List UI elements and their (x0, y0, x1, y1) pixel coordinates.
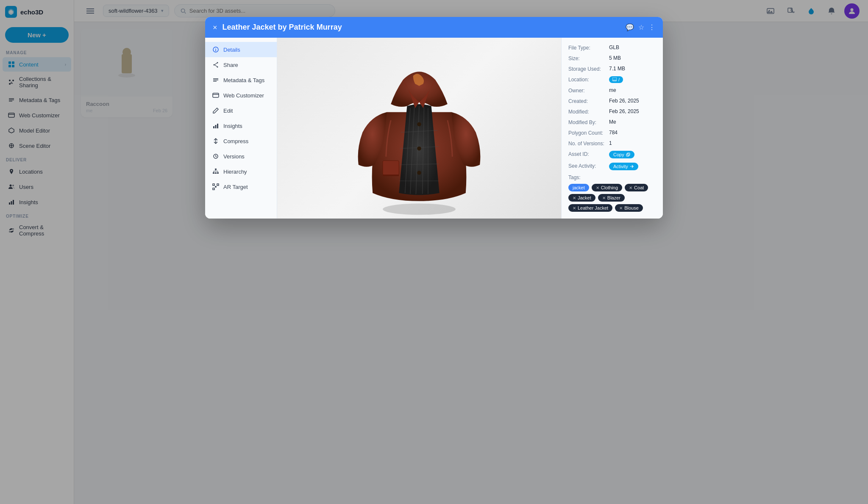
svg-rect-43 (213, 188, 214, 190)
svg-rect-40 (217, 172, 219, 174)
modal-main: File Type: GLB Size: 5 MB Storage Used: … (277, 38, 663, 219)
modal-nav-details[interactable]: Details (205, 42, 277, 57)
svg-point-55 (417, 122, 421, 126)
compress-nav-icon (212, 137, 220, 145)
svg-rect-37 (215, 169, 217, 170)
size-row: Size: 5 MB (568, 55, 656, 61)
svg-point-57 (417, 171, 421, 175)
owner-row: Owner: me (568, 87, 656, 94)
modal-header: × Leather Jacket by Patrick Murray 💬 ☆ ⋮ (205, 17, 663, 38)
modal-body: Details Share Metadata & Tags (205, 38, 663, 219)
created-label: Created: (568, 98, 606, 104)
modal: × Leather Jacket by Patrick Murray 💬 ☆ ⋮… (205, 17, 663, 219)
details-panel: File Type: GLB Size: 5 MB Storage Used: … (561, 38, 663, 219)
webcustomizer-nav-icon (212, 91, 220, 99)
insights-nav-label: Insights (223, 123, 242, 129)
created-value: Feb 26, 2025 (609, 98, 656, 104)
svg-rect-33 (213, 126, 214, 128)
tag-jacket[interactable]: jacket (568, 184, 589, 191)
metadata-nav-label: Metadata & Tags (223, 77, 264, 83)
location-row: Location: / (568, 76, 656, 83)
modal-nav-metadata[interactable]: Metadata & Tags (205, 72, 277, 88)
owner-value: me (609, 87, 656, 93)
storage-row: Storage Used: 7.1 MB (568, 66, 656, 72)
svg-rect-41 (213, 184, 214, 186)
versions-label: No. of Versions: (568, 140, 606, 147)
modal-overlay: × Leather Jacket by Patrick Murray 💬 ☆ ⋮… (0, 0, 868, 504)
svg-rect-38 (213, 172, 214, 174)
activity-label: See Activity: (568, 163, 606, 169)
tags-label: Tags: (568, 174, 656, 180)
svg-rect-35 (217, 124, 218, 128)
storage-label: Storage Used: (568, 66, 606, 72)
svg-rect-63 (627, 153, 630, 155)
activity-row: See Activity: Activity (568, 163, 656, 170)
modal-nav-edit[interactable]: Edit (205, 103, 277, 118)
versions-nav-label: Versions (223, 153, 245, 160)
modal-nav-artarget[interactable]: AR Target (205, 179, 277, 194)
tag-leather-jacket[interactable]: ✕ Leather Jacket (568, 204, 612, 212)
location-label: Location: (568, 76, 606, 83)
polygon-label: Polygon Count: (568, 130, 606, 136)
model-viewer[interactable] (277, 38, 561, 219)
artarget-nav-icon (212, 183, 220, 191)
share-nav-label: Share (223, 62, 238, 68)
tag-coat[interactable]: ✕ Coat (625, 184, 648, 191)
modal-nav-webcustomizer[interactable]: Web Customizer (205, 88, 277, 103)
modal-nav-hierarchy[interactable]: Hierarchy (205, 164, 277, 179)
jacket-model (347, 39, 491, 217)
polygon-row: Polygon Count: 784 (568, 130, 656, 136)
polygon-value: 784 (609, 130, 656, 136)
modified-by-row: Modified By: Me (568, 119, 656, 125)
file-type-label: File Type: (568, 44, 606, 51)
star-icon[interactable]: ☆ (638, 23, 644, 31)
edit-nav-label: Edit (223, 108, 233, 114)
owner-label: Owner: (568, 87, 606, 94)
tags-section: Tags: jacket ✕ Clothing ✕ Coat ✕ Jacket … (568, 174, 656, 212)
svg-rect-61 (612, 80, 617, 81)
storage-value: 7.1 MB (609, 66, 656, 72)
modified-label: Modified: (568, 108, 606, 115)
more-options-icon[interactable]: ⋮ (648, 23, 655, 31)
modal-header-actions: 💬 ☆ ⋮ (626, 23, 655, 31)
hierarchy-nav-label: Hierarchy (223, 169, 247, 175)
metadata-nav-icon (212, 76, 220, 84)
activity-button[interactable]: Activity (609, 163, 638, 170)
modal-close-button[interactable]: × (213, 24, 217, 31)
svg-rect-58 (383, 161, 399, 174)
svg-point-45 (383, 203, 456, 215)
modal-nav-insights[interactable]: Insights (205, 118, 277, 133)
tag-clothing[interactable]: ✕ Clothing (592, 184, 622, 191)
copy-button[interactable]: Copy (609, 151, 634, 158)
modal-nav-versions[interactable]: Versions (205, 149, 277, 164)
tag-blouse[interactable]: ✕ Blouse (615, 204, 643, 212)
svg-rect-39 (215, 172, 217, 174)
created-row: Created: Feb 26, 2025 (568, 98, 656, 104)
size-label: Size: (568, 55, 606, 61)
tags-container: jacket ✕ Clothing ✕ Coat ✕ Jacket ✕ Blaz… (568, 184, 656, 212)
tag-blazer[interactable]: ✕ Blazer (598, 194, 625, 202)
size-value: 5 MB (609, 55, 656, 61)
file-type-value: GLB (609, 44, 656, 50)
versions-nav-icon (212, 152, 220, 160)
compress-nav-label: Compress (223, 138, 248, 144)
modified-by-value: Me (609, 119, 656, 125)
share-nav-icon (212, 61, 220, 69)
svg-point-31 (214, 64, 215, 66)
hierarchy-nav-icon (212, 168, 220, 175)
tag-jacket2[interactable]: ✕ Jacket (568, 194, 595, 202)
svg-point-44 (215, 186, 217, 188)
svg-rect-59 (383, 174, 399, 176)
svg-rect-62 (626, 154, 629, 156)
insights-nav-icon (212, 122, 220, 130)
modal-nav-compress[interactable]: Compress (205, 133, 277, 149)
edit-nav-icon (212, 107, 220, 114)
modified-row: Modified: Feb 26, 2025 (568, 108, 656, 115)
svg-point-56 (417, 146, 421, 150)
artarget-nav-label: AR Target (223, 184, 248, 190)
comment-icon[interactable]: 💬 (626, 23, 634, 31)
svg-rect-32 (213, 93, 219, 97)
webcustomizer-nav-label: Web Customizer (223, 92, 264, 99)
versions-value: 1 (609, 140, 656, 146)
modal-nav-share[interactable]: Share (205, 57, 277, 72)
